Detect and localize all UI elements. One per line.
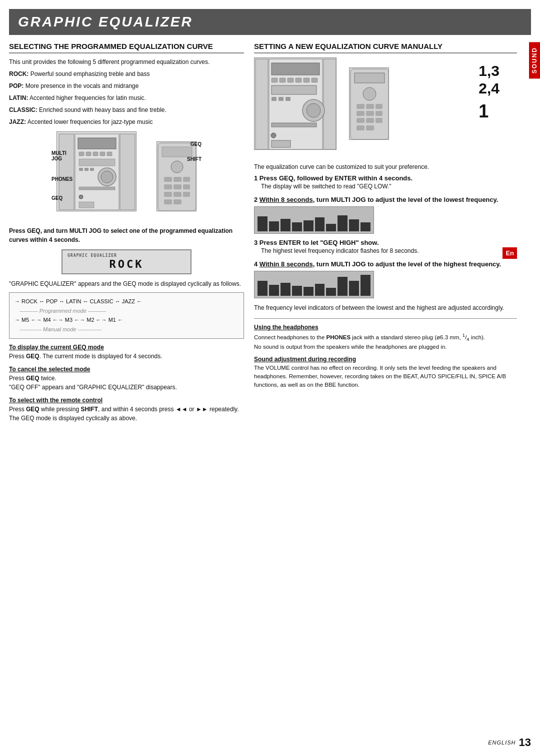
sound-tab: SOUND bbox=[529, 42, 540, 78]
eq-bar bbox=[338, 215, 348, 231]
programmed-flow-text: → ROCK ↔ POP ↔ LATIN ↔ CLASSIC ↔ JAZZ ← bbox=[14, 297, 142, 306]
eq-display: GRAPHIC EQUALIZER ROCK bbox=[62, 249, 192, 274]
eq-bar bbox=[338, 277, 348, 296]
svg-rect-8 bbox=[107, 152, 112, 156]
manual-flow-text: → M5 ←→ M4 ←→ M3 ←→ M2 ←→ M1 ← bbox=[14, 315, 123, 325]
svg-point-16 bbox=[79, 195, 83, 199]
bottom-notes: Using the headphones Connect headphones … bbox=[254, 324, 517, 389]
right-main-unit bbox=[254, 57, 336, 150]
page-footer: ENGLISH 13 bbox=[488, 736, 531, 749]
press-instruction: Press GEQ, and turn MULTI JOG to select … bbox=[9, 226, 244, 244]
svg-rect-40 bbox=[304, 78, 310, 82]
right-remote bbox=[349, 67, 389, 140]
manual-row: → M5 ←→ M4 ←→ M3 ←→ M2 ←→ M1 ← bbox=[14, 315, 238, 325]
curve-list: ROCK: Powerful sound emphasizing treble … bbox=[9, 69, 244, 126]
main-unit-svg bbox=[57, 132, 137, 212]
svg-rect-6 bbox=[93, 152, 98, 156]
eq-bar bbox=[280, 219, 290, 231]
geq-appears-text: "GRAPHIC EQUALIZER" appears and the GEQ … bbox=[9, 279, 244, 288]
programmed-row: → ROCK ↔ POP ↔ LATIN ↔ CLASSIC ↔ JAZZ ← bbox=[14, 297, 238, 306]
eq-bar bbox=[304, 287, 314, 296]
manual-mode-label: ------------ Manual mode ------------- bbox=[20, 325, 102, 334]
svg-rect-58 bbox=[366, 111, 374, 116]
eq-bar bbox=[315, 284, 325, 296]
step-3: 3 Press ENTER to let "GEQ HIGH" show. Th… bbox=[254, 239, 517, 255]
svg-rect-1 bbox=[120, 134, 135, 210]
curve-classic: CLASSIC: Enriched sound with heavy bass … bbox=[9, 105, 244, 114]
eq-display-header: GRAPHIC EQUALIZER bbox=[68, 253, 186, 258]
svg-rect-42 bbox=[272, 85, 316, 94]
svg-rect-3 bbox=[78, 138, 116, 149]
note-headphones-body: Connect headphones to the PHONES jack wi… bbox=[254, 332, 517, 352]
left-column: SELECTING THE PROGRAMMED EQUALIZATION CU… bbox=[9, 35, 244, 426]
right-section-title: SETTING A NEW EQUALIZATION CURVE MANUALL… bbox=[254, 42, 517, 53]
svg-rect-57 bbox=[356, 111, 364, 116]
eq-bar bbox=[326, 224, 336, 231]
eq-bar bbox=[349, 281, 359, 296]
sub-body-cancel: Press GEQ twice."GEQ OFF" appears and "G… bbox=[9, 374, 244, 392]
svg-rect-46 bbox=[278, 97, 284, 101]
svg-rect-38 bbox=[288, 78, 294, 82]
svg-rect-41 bbox=[312, 78, 318, 82]
sub-body-remote: Press GEQ while pressing SHIFT, and with… bbox=[9, 405, 244, 423]
svg-rect-12 bbox=[79, 168, 83, 171]
svg-rect-61 bbox=[366, 118, 374, 123]
eq-bar bbox=[360, 275, 370, 296]
svg-rect-45 bbox=[272, 97, 276, 101]
right-col-inner: SOUND SETTING A NEW EQUALIZATION CURVE M… bbox=[254, 42, 531, 389]
svg-rect-52 bbox=[354, 73, 384, 83]
mode-flow-diagram: → ROCK ↔ POP ↔ LATIN ↔ CLASSIC ↔ JAZZ ← … bbox=[9, 292, 244, 339]
svg-rect-17 bbox=[79, 202, 94, 208]
step-numbers-img: 1,3 2,4 1 bbox=[478, 62, 500, 121]
step-1: 1 Press GEQ, followed by ENTER within 4 … bbox=[254, 174, 517, 191]
svg-point-20 bbox=[171, 161, 183, 173]
eq-bar bbox=[349, 219, 359, 231]
note-recording-body: The VOLUME control has no effect on reco… bbox=[254, 364, 517, 390]
sub-body-display: Press GEQ. The current mode is displayed… bbox=[9, 352, 244, 361]
step-3-body: The highest level frequency indicator fl… bbox=[261, 246, 517, 255]
eq-bar bbox=[360, 222, 370, 231]
freq-note: The frequency level indicators of betwee… bbox=[254, 303, 517, 312]
programmed-label-row: ---------- Programmed mode ---------- bbox=[14, 306, 238, 316]
svg-rect-56 bbox=[376, 104, 382, 109]
phones-label: PHONES bbox=[52, 176, 72, 182]
eq-band-display-1 bbox=[254, 206, 374, 234]
programmed-mode-label: ---------- Programmed mode ---------- bbox=[20, 306, 106, 316]
svg-rect-37 bbox=[280, 78, 286, 82]
curve-jazz: JAZZ: Accented lower frequencies for jaz… bbox=[9, 117, 244, 126]
eq-display-text: ROCK bbox=[110, 258, 144, 270]
eq-bar bbox=[292, 222, 302, 231]
note-headphones-title: Using the headphones bbox=[254, 324, 517, 331]
svg-rect-21 bbox=[164, 177, 172, 182]
svg-rect-9 bbox=[79, 159, 115, 166]
svg-rect-60 bbox=[356, 118, 364, 123]
svg-rect-35 bbox=[272, 63, 320, 75]
right-intro: The equalization curve can be customized… bbox=[254, 162, 517, 171]
sub-heading-cancel: To cancel the selected mode bbox=[9, 366, 244, 373]
svg-rect-36 bbox=[272, 78, 278, 82]
step-2: 2 Within 8 seconds, turn MULTI JOG to ad… bbox=[254, 196, 517, 234]
svg-rect-27 bbox=[164, 192, 172, 197]
svg-rect-50 bbox=[272, 140, 290, 147]
right-main-unit-svg bbox=[254, 58, 337, 150]
svg-rect-26 bbox=[183, 184, 190, 189]
step-4: 4 Within 8 seconds, turn MULTI JOG to ad… bbox=[254, 260, 517, 298]
svg-rect-62 bbox=[376, 118, 382, 123]
svg-rect-5 bbox=[86, 152, 91, 156]
en-badge: En bbox=[502, 247, 517, 259]
svg-rect-24 bbox=[164, 184, 172, 189]
svg-rect-22 bbox=[174, 177, 182, 182]
curve-latin: LATIN: Accented higher frequencies for l… bbox=[9, 93, 244, 102]
svg-rect-14 bbox=[90, 168, 94, 171]
right-device-illustration bbox=[254, 57, 414, 157]
divider-line bbox=[254, 318, 517, 319]
main-unit-box bbox=[56, 131, 136, 211]
svg-rect-47 bbox=[286, 97, 290, 101]
eq-bar bbox=[304, 220, 314, 231]
eq-bar bbox=[315, 217, 325, 231]
eq-bar bbox=[269, 221, 279, 231]
main-content: SELECTING THE PROGRAMMED EQUALIZATION CU… bbox=[0, 35, 540, 426]
left-device-illustration: MULTIJOG PHONES GEQ GEQ SHIFT bbox=[52, 131, 202, 221]
svg-rect-15 bbox=[79, 187, 115, 190]
remote-svg bbox=[157, 142, 197, 212]
